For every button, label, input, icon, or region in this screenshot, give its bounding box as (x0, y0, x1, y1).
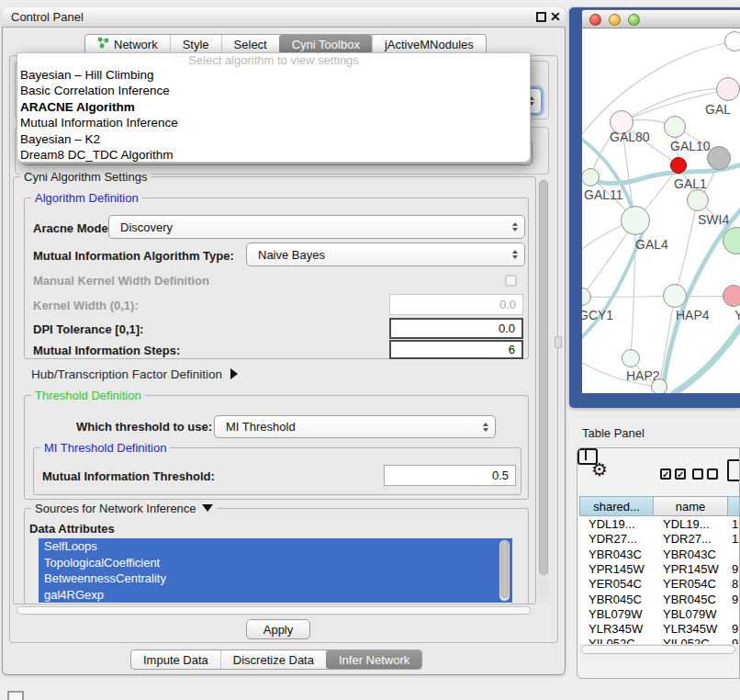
tab-label: Network (114, 38, 158, 51)
table-cell: 8. (728, 577, 740, 592)
network-node-hap2[interactable] (622, 349, 640, 367)
algorithm-option-basic-correlation-inference[interactable]: Basic Correlation Inference (17, 83, 530, 98)
network-node-gal10[interactable] (664, 116, 686, 138)
list-scrollbar[interactable] (499, 540, 510, 601)
network-canvas[interactable]: GALGAL80GAL10GAL1GAL11SWI4GAL4GCY1HAP4YH… (582, 28, 740, 393)
table-row[interactable]: YLR345WYLR345W9. (579, 622, 740, 637)
table-row[interactable]: YDL19...YDL19...13 (579, 517, 740, 532)
network-node-hap4[interactable] (663, 284, 687, 308)
which-threshold-value: MI Threshold (226, 420, 296, 434)
mi-algorithm-type-combo[interactable]: Naive Bayes (246, 243, 525, 266)
tab-network[interactable]: Network (85, 35, 170, 53)
algorithm-option-mutual-information-inference[interactable]: Mutual Information Inference (17, 115, 530, 130)
tab-label: Select (234, 38, 267, 51)
network-node-label: HAP4 (676, 308, 710, 322)
table-cell: 13 (728, 517, 740, 532)
kernel-width-value: 0.0 (499, 298, 516, 311)
window-minimize-button[interactable] (609, 14, 621, 26)
network-node[interactable] (651, 378, 667, 393)
algorithm-dropdown-popup: Select algorithm to view settings Bayesi… (17, 52, 531, 163)
file-icon[interactable] (727, 459, 740, 481)
attribute-item-gal4rgexp[interactable]: gal4RGexp (39, 587, 512, 604)
column-header-name[interactable]: name (654, 496, 728, 516)
tab-cyni-toolbox[interactable]: Cyni Toolbox (279, 35, 372, 53)
attribute-item-betweennesscentrality[interactable]: BetweennessCentrality (39, 570, 512, 587)
network-node-swi4[interactable] (687, 189, 709, 211)
settings-horizontal-scrollbar[interactable] (15, 605, 534, 615)
table-row[interactable]: YBL079WYBL079W (579, 607, 740, 622)
hub-definition-toggle[interactable]: Hub/Transcription Factor Definition (31, 367, 238, 381)
network-node-label: Y (734, 308, 740, 322)
network-node-label: GCY1 (582, 308, 613, 322)
table-cell (728, 548, 732, 562)
table-cell: YLR345W (654, 622, 728, 637)
tab-discretize-data[interactable]: Discretize Data (220, 650, 326, 669)
deselect-all-icon[interactable] (707, 469, 718, 480)
close-icon[interactable]: ✕ (550, 8, 561, 25)
settings-vertical-scrollbar[interactable] (538, 178, 549, 603)
kernel-width-field[interactable]: 0.0 (389, 294, 523, 315)
network-node-gal1[interactable] (670, 157, 687, 174)
tab-select[interactable]: Select (221, 35, 279, 53)
dpi-tolerance-field[interactable]: 0.0 (389, 318, 523, 339)
data-attributes-list[interactable]: SelfLoopsTopologicalCoefficientBetweenne… (39, 538, 512, 604)
control-panel-title: Control Panel (11, 10, 84, 24)
mi-threshold-title: MI Threshold Definition (40, 441, 170, 455)
cyni-bottom-tab-bar: Impute DataDiscretize DataInfer Network (130, 649, 422, 670)
table-row[interactable]: YER054CYER054C8. (579, 577, 740, 592)
mi-threshold-field[interactable]: 0.5 (384, 465, 516, 486)
split-pane-handle[interactable] (555, 336, 562, 348)
table-cell: YER054C (654, 577, 728, 592)
deselect-all-icon[interactable] (692, 469, 703, 480)
tab-impute-data[interactable]: Impute Data (131, 650, 220, 669)
table-cell: YBL079W (654, 607, 728, 622)
which-threshold-combo[interactable]: MI Threshold (214, 415, 496, 438)
apply-button[interactable]: Apply (246, 619, 310, 639)
algorithm-option-bayesian-hill-climbing[interactable]: Bayesian – Hill Climbing (17, 67, 530, 83)
network-node[interactable] (707, 146, 731, 170)
table-cell: YPR145W (579, 562, 654, 577)
table-cell: YBL079W (579, 607, 654, 622)
table-horizontal-scrollbar[interactable] (579, 644, 739, 655)
hub-definition-label: Hub/Transcription Factor Definition (31, 367, 222, 381)
mi-steps-field[interactable]: 6 (389, 340, 523, 359)
tab-style[interactable]: Style (170, 35, 221, 53)
table-row[interactable]: YBR045CYBR045C9. (579, 593, 740, 607)
select-all-icon[interactable]: ✓ (675, 469, 686, 480)
window-close-button[interactable] (589, 14, 601, 26)
network-node-gal11[interactable] (582, 168, 600, 186)
algorithm-option-dream8-dc-tdc-algorithm[interactable]: Dream8 DC_TDC Algorithm (17, 147, 530, 163)
attribute-item-topologicalcoefficient[interactable]: TopologicalCoefficient (39, 555, 512, 571)
table-row[interactable]: YBR043CYBR043C (579, 548, 740, 562)
network-node[interactable] (724, 31, 740, 51)
tab-jactivemnodules[interactable]: jActiveMNodules (372, 35, 486, 53)
docked-panel-icon[interactable] (7, 691, 24, 700)
table-cell: YDL19... (579, 517, 654, 532)
network-node-gal4[interactable] (621, 206, 650, 235)
table-cell: YPR145W (654, 562, 728, 577)
table-cell: YBR045C (579, 593, 654, 607)
algorithm-option-bayesian-k2[interactable]: Bayesian – K2 (17, 131, 530, 147)
gear-icon[interactable]: ⚙ (591, 458, 608, 480)
manual-kernel-width-checkbox[interactable] (505, 275, 517, 287)
algorithm-option-aracne-algorithm[interactable]: ARACNE Algorithm (17, 99, 530, 115)
network-node-label: GAL (705, 102, 731, 117)
select-all-icon[interactable]: ✓ (660, 469, 671, 480)
cyni-settings-title: Cyni Algorithm Settings (20, 170, 151, 184)
table-row[interactable]: YDR27...YDR27...12 (579, 532, 740, 547)
column-header-shared[interactable]: shared... (579, 496, 654, 516)
sources-title[interactable]: Sources for Network Inference (31, 502, 217, 515)
tab-infer-network[interactable]: Infer Network (326, 650, 421, 669)
column-header-2[interactable] (728, 496, 740, 516)
combo-stepper-icon (512, 250, 518, 259)
float-panel-icon[interactable] (536, 12, 546, 22)
mi-algorithm-type-label: Mutual Information Algorithm Type: (33, 249, 234, 263)
apply-button-label: Apply (263, 623, 294, 637)
tab-label: Cyni Toolbox (292, 38, 360, 51)
table-row[interactable]: YPR145WYPR145W9. (579, 562, 740, 577)
window-zoom-button[interactable] (628, 14, 640, 26)
attribute-item-selfloops[interactable]: SelfLoops (39, 538, 512, 555)
aracne-mode-combo[interactable]: Discovery (108, 215, 525, 239)
network-node-y[interactable] (723, 285, 740, 307)
network-node-gal[interactable] (716, 77, 740, 101)
